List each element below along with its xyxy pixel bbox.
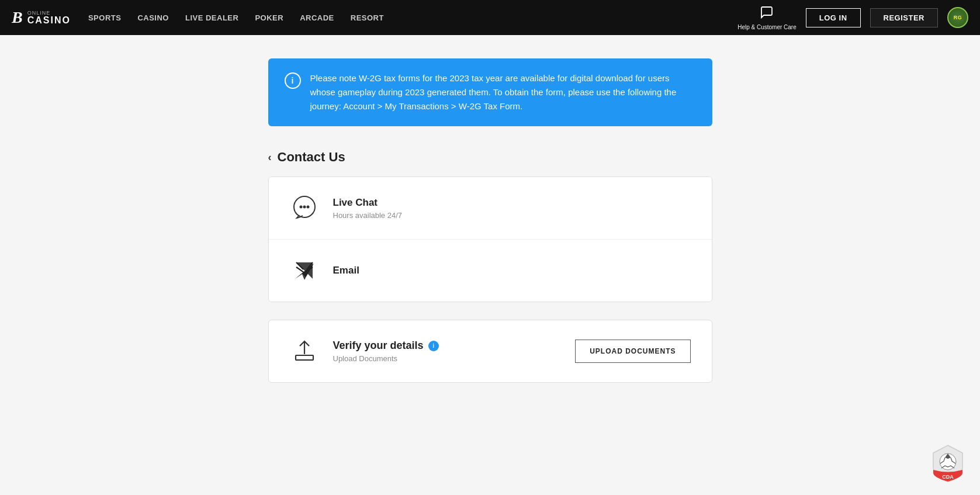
nav-item-live-dealer[interactable]: LIVE DEALER	[185, 12, 238, 23]
contact-cards: Live Chat Hours available 24/7 Emai	[268, 176, 712, 302]
logo-b-letter: B	[12, 8, 23, 27]
nav-item-poker[interactable]: POKER	[255, 12, 283, 23]
nav-item-resort[interactable]: RESORT	[351, 12, 384, 23]
logo[interactable]: B ONLINE CASINO	[12, 8, 71, 27]
login-button[interactable]: LOG IN	[806, 8, 861, 27]
main-content: i Please note W-2G tax forms for the 202…	[257, 35, 724, 406]
live-chat-title: Live Chat	[333, 197, 403, 209]
email-icon	[290, 256, 319, 285]
upload-documents-button[interactable]: UPLOAD DOCUMENTS	[575, 340, 690, 363]
verify-title-text: Verify your details	[333, 340, 424, 352]
chat-icon	[760, 5, 774, 23]
nav-links: SPORTS CASINO LIVE DEALER POKER ARCADE R…	[88, 12, 737, 23]
svg-point-1	[300, 206, 302, 208]
email-info: Email	[333, 265, 359, 276]
verify-info-icon[interactable]: i	[428, 341, 439, 351]
svg-point-3	[307, 206, 309, 208]
logo-casino-text: CASINO	[27, 16, 71, 25]
section-header: ‹ Contact Us	[268, 150, 712, 165]
verify-info: Verify your details i Upload Documents	[333, 340, 562, 363]
live-chat-subtitle: Hours available 24/7	[333, 211, 403, 220]
live-chat-icon	[290, 193, 319, 223]
info-banner: i Please note W-2G tax forms for the 202…	[268, 58, 712, 126]
email-card[interactable]: Email	[269, 240, 712, 302]
navbar: B ONLINE CASINO SPORTS CASINO LIVE DEALE…	[0, 0, 980, 35]
section-title: Contact Us	[278, 150, 345, 165]
svg-text:CDA: CDA	[942, 474, 954, 480]
help-label: Help & Customer Care	[737, 24, 797, 30]
live-chat-card[interactable]: Live Chat Hours available 24/7	[269, 177, 712, 240]
nav-item-casino[interactable]: CASINO	[137, 12, 169, 23]
rg-badge: RG	[947, 7, 968, 28]
live-chat-info: Live Chat Hours available 24/7	[333, 197, 403, 220]
svg-point-2	[303, 206, 305, 208]
nav-item-sports[interactable]: SPORTS	[88, 12, 121, 23]
nav-right: Help & Customer Care LOG IN REGISTER RG	[737, 5, 968, 30]
cda-badge-icon: CDA	[927, 442, 968, 483]
back-arrow[interactable]: ‹	[268, 151, 272, 164]
nav-item-arcade[interactable]: ARCADE	[300, 12, 334, 23]
help-button[interactable]: Help & Customer Care	[737, 5, 797, 30]
cda-badge: CDA	[927, 442, 968, 483]
verify-title: Verify your details i	[333, 340, 562, 352]
banner-text: Please note W-2G tax forms for the 2023 …	[310, 71, 696, 113]
svg-rect-6	[296, 355, 313, 360]
verify-card: Verify your details i Upload Documents U…	[268, 320, 712, 383]
info-icon: i	[285, 72, 301, 89]
verify-subtitle: Upload Documents	[333, 354, 562, 363]
register-button[interactable]: REGISTER	[870, 8, 938, 27]
upload-icon	[290, 337, 319, 366]
email-title: Email	[333, 265, 359, 276]
